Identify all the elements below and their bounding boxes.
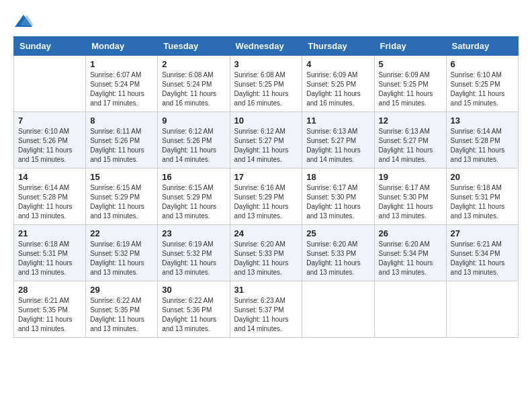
logo <box>13 13 36 30</box>
day-info: Sunrise: 6:12 AMSunset: 5:27 PMDaylight:… <box>234 127 298 165</box>
calendar-weekday-friday: Friday <box>374 37 446 56</box>
day-info: Sunrise: 6:19 AMSunset: 5:32 PMDaylight:… <box>90 240 153 277</box>
calendar-weekday-saturday: Saturday <box>446 37 518 56</box>
day-info: Sunrise: 6:18 AMSunset: 5:31 PMDaylight:… <box>18 240 81 277</box>
day-info: Sunrise: 6:14 AMSunset: 5:28 PMDaylight:… <box>451 127 514 165</box>
calendar-weekday-tuesday: Tuesday <box>158 37 230 56</box>
calendar-cell: 2Sunrise: 6:08 AMSunset: 5:24 PMDaylight… <box>158 56 230 112</box>
day-info: Sunrise: 6:21 AMSunset: 5:34 PMDaylight:… <box>451 240 514 277</box>
calendar-cell: 20Sunrise: 6:18 AMSunset: 5:31 PMDayligh… <box>446 169 518 225</box>
calendar-cell: 21Sunrise: 6:18 AMSunset: 5:31 PMDayligh… <box>14 225 86 281</box>
calendar-header-row: SundayMondayTuesdayWednesdayThursdayFrid… <box>14 37 519 56</box>
day-number: 15 <box>90 172 153 182</box>
day-info: Sunrise: 6:15 AMSunset: 5:29 PMDaylight:… <box>90 183 153 221</box>
day-info: Sunrise: 6:16 AMSunset: 5:29 PMDaylight:… <box>234 183 298 221</box>
day-info: Sunrise: 6:22 AMSunset: 5:36 PMDaylight:… <box>162 296 225 334</box>
logo-icon <box>13 13 34 30</box>
calendar-cell: 18Sunrise: 6:17 AMSunset: 5:30 PMDayligh… <box>302 169 374 225</box>
day-number: 19 <box>379 172 442 182</box>
calendar-cell: 6Sunrise: 6:10 AMSunset: 5:25 PMDaylight… <box>446 56 518 112</box>
calendar-weekday-thursday: Thursday <box>302 37 374 56</box>
day-info: Sunrise: 6:23 AMSunset: 5:37 PMDaylight:… <box>234 296 298 334</box>
calendar-cell: 23Sunrise: 6:19 AMSunset: 5:32 PMDayligh… <box>158 225 230 281</box>
calendar-weekday-monday: Monday <box>86 37 158 56</box>
calendar-cell: 5Sunrise: 6:09 AMSunset: 5:25 PMDaylight… <box>374 56 446 112</box>
calendar-cell: 28Sunrise: 6:21 AMSunset: 5:35 PMDayligh… <box>14 281 86 338</box>
day-number: 21 <box>18 228 81 238</box>
page-header <box>13 13 519 30</box>
day-number: 29 <box>90 285 153 295</box>
day-info: Sunrise: 6:17 AMSunset: 5:30 PMDaylight:… <box>306 183 369 221</box>
calendar-cell: 31Sunrise: 6:23 AMSunset: 5:37 PMDayligh… <box>230 281 302 338</box>
day-info: Sunrise: 6:10 AMSunset: 5:25 PMDaylight:… <box>451 71 514 108</box>
day-number: 11 <box>306 116 369 126</box>
day-info: Sunrise: 6:20 AMSunset: 5:33 PMDaylight:… <box>306 240 369 277</box>
day-number: 18 <box>306 172 369 182</box>
calendar-cell: 9Sunrise: 6:12 AMSunset: 5:26 PMDaylight… <box>158 112 230 169</box>
day-number: 6 <box>451 59 514 69</box>
day-number: 23 <box>162 228 225 238</box>
day-info: Sunrise: 6:18 AMSunset: 5:31 PMDaylight:… <box>451 183 514 221</box>
day-info: Sunrise: 6:12 AMSunset: 5:26 PMDaylight:… <box>162 127 225 165</box>
calendar-cell: 26Sunrise: 6:20 AMSunset: 5:34 PMDayligh… <box>374 225 446 281</box>
calendar-cell <box>374 281 446 338</box>
calendar-cell <box>446 281 518 338</box>
day-number: 25 <box>306 228 369 238</box>
calendar-cell: 7Sunrise: 6:10 AMSunset: 5:26 PMDaylight… <box>14 112 86 169</box>
calendar-cell: 16Sunrise: 6:15 AMSunset: 5:29 PMDayligh… <box>158 169 230 225</box>
calendar-cell: 25Sunrise: 6:20 AMSunset: 5:33 PMDayligh… <box>302 225 374 281</box>
calendar-week-row: 14Sunrise: 6:14 AMSunset: 5:28 PMDayligh… <box>14 169 519 225</box>
calendar-cell: 29Sunrise: 6:22 AMSunset: 5:35 PMDayligh… <box>86 281 158 338</box>
calendar-cell: 24Sunrise: 6:20 AMSunset: 5:33 PMDayligh… <box>230 225 302 281</box>
day-number: 24 <box>234 228 298 238</box>
day-info: Sunrise: 6:15 AMSunset: 5:29 PMDaylight:… <box>162 183 225 221</box>
day-number: 14 <box>18 172 81 182</box>
day-info: Sunrise: 6:07 AMSunset: 5:24 PMDaylight:… <box>90 71 153 108</box>
day-number: 5 <box>379 59 442 69</box>
calendar-cell: 4Sunrise: 6:09 AMSunset: 5:25 PMDaylight… <box>302 56 374 112</box>
calendar-cell: 11Sunrise: 6:13 AMSunset: 5:27 PMDayligh… <box>302 112 374 169</box>
day-number: 20 <box>451 172 514 182</box>
calendar-cell: 10Sunrise: 6:12 AMSunset: 5:27 PMDayligh… <box>230 112 302 169</box>
calendar-cell <box>14 56 86 112</box>
calendar-cell: 30Sunrise: 6:22 AMSunset: 5:36 PMDayligh… <box>158 281 230 338</box>
day-info: Sunrise: 6:13 AMSunset: 5:27 PMDaylight:… <box>379 127 442 165</box>
calendar-cell: 22Sunrise: 6:19 AMSunset: 5:32 PMDayligh… <box>86 225 158 281</box>
calendar-week-row: 7Sunrise: 6:10 AMSunset: 5:26 PMDaylight… <box>14 112 519 169</box>
day-info: Sunrise: 6:17 AMSunset: 5:30 PMDaylight:… <box>379 183 442 221</box>
day-number: 7 <box>18 116 81 126</box>
calendar-cell: 3Sunrise: 6:08 AMSunset: 5:25 PMDaylight… <box>230 56 302 112</box>
day-number: 28 <box>18 285 81 295</box>
day-number: 10 <box>234 116 298 126</box>
calendar-cell: 14Sunrise: 6:14 AMSunset: 5:28 PMDayligh… <box>14 169 86 225</box>
day-number: 26 <box>379 228 442 238</box>
day-number: 27 <box>451 228 514 238</box>
calendar-cell <box>302 281 374 338</box>
calendar-cell: 19Sunrise: 6:17 AMSunset: 5:30 PMDayligh… <box>374 169 446 225</box>
day-info: Sunrise: 6:08 AMSunset: 5:24 PMDaylight:… <box>162 71 225 108</box>
calendar-week-row: 21Sunrise: 6:18 AMSunset: 5:31 PMDayligh… <box>14 225 519 281</box>
day-info: Sunrise: 6:14 AMSunset: 5:28 PMDaylight:… <box>18 183 81 221</box>
day-number: 4 <box>306 59 369 69</box>
calendar-cell: 15Sunrise: 6:15 AMSunset: 5:29 PMDayligh… <box>86 169 158 225</box>
day-number: 17 <box>234 172 298 182</box>
day-number: 31 <box>234 285 298 295</box>
day-info: Sunrise: 6:19 AMSunset: 5:32 PMDaylight:… <box>162 240 225 277</box>
day-info: Sunrise: 6:09 AMSunset: 5:25 PMDaylight:… <box>379 71 442 108</box>
day-info: Sunrise: 6:09 AMSunset: 5:25 PMDaylight:… <box>306 71 369 108</box>
day-number: 8 <box>90 116 153 126</box>
day-number: 3 <box>234 59 298 69</box>
day-number: 22 <box>90 228 153 238</box>
day-number: 1 <box>90 59 153 69</box>
day-info: Sunrise: 6:20 AMSunset: 5:33 PMDaylight:… <box>234 240 298 277</box>
calendar-week-row: 28Sunrise: 6:21 AMSunset: 5:35 PMDayligh… <box>14 281 519 338</box>
day-number: 9 <box>162 116 225 126</box>
calendar-table: SundayMondayTuesdayWednesdayThursdayFrid… <box>13 36 519 338</box>
calendar-cell: 8Sunrise: 6:11 AMSunset: 5:26 PMDaylight… <box>86 112 158 169</box>
day-number: 16 <box>162 172 225 182</box>
day-info: Sunrise: 6:22 AMSunset: 5:35 PMDaylight:… <box>90 296 153 334</box>
day-info: Sunrise: 6:11 AMSunset: 5:26 PMDaylight:… <box>90 127 153 165</box>
day-info: Sunrise: 6:21 AMSunset: 5:35 PMDaylight:… <box>18 296 81 334</box>
calendar-cell: 12Sunrise: 6:13 AMSunset: 5:27 PMDayligh… <box>374 112 446 169</box>
calendar-cell: 1Sunrise: 6:07 AMSunset: 5:24 PMDaylight… <box>86 56 158 112</box>
